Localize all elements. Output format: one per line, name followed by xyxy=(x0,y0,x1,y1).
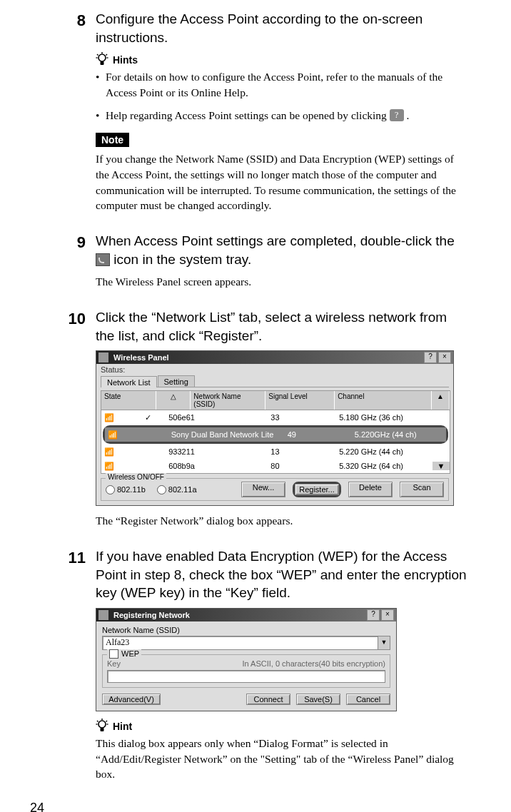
wep-label: WEP xyxy=(121,649,139,658)
key-desc: In ASCII, 0 characters(40 bits encryptio… xyxy=(242,659,385,668)
wep-checkbox[interactable] xyxy=(109,649,118,659)
svg-line-3 xyxy=(106,54,108,56)
svg-point-0 xyxy=(98,54,106,61)
network-table: State △ Network Name (SSID) Signal Level… xyxy=(101,390,450,474)
wireless-panel-window: Wireless Panel ? × Status: Network List … xyxy=(96,350,454,506)
page: 8 Configure the Access Point according t… xyxy=(0,0,511,812)
svg-line-9 xyxy=(97,721,98,722)
step-number-10: 10 xyxy=(29,308,96,529)
svg-rect-6 xyxy=(101,61,104,65)
system-tray-icon xyxy=(96,253,110,266)
step-11-title: If you have enabled Data Encryption (WEP… xyxy=(96,547,468,602)
register-button-highlight: Register... xyxy=(293,482,341,497)
new-button[interactable]: New... xyxy=(241,482,285,497)
hint-item: • For details on how to configure the Ac… xyxy=(96,69,468,100)
scan-button[interactable]: Scan xyxy=(400,482,444,497)
tab-setting[interactable]: Setting xyxy=(158,375,195,387)
col-state[interactable]: State xyxy=(101,391,156,410)
hint-label: Hint xyxy=(113,721,132,732)
step-8: 8 Configure the Access Point according t… xyxy=(29,10,468,213)
wep-group: WEP Key In ASCII, 0 characters(40 bits e… xyxy=(102,654,390,688)
page-number: 24 xyxy=(30,801,468,812)
col-sort[interactable]: △ xyxy=(156,391,191,410)
radio-80211b[interactable]: 802.11b xyxy=(106,485,146,494)
table-row[interactable]: 📶 608b9a 80 5.320 GHz (64 ch) ▼ xyxy=(101,459,450,473)
svg-rect-13 xyxy=(101,728,104,731)
table-row[interactable]: 📶 ✓ 506e61 33 5.180 GHz (36 ch) xyxy=(101,410,450,425)
hints-label: Hints xyxy=(113,54,138,66)
key-input[interactable] xyxy=(107,670,385,683)
delete-button[interactable]: Delete xyxy=(348,482,393,497)
step-10: 10 Click the “Network List” tab, select … xyxy=(29,308,468,529)
close-button[interactable]: × xyxy=(438,352,451,363)
key-label: Key xyxy=(107,659,121,668)
network-icon: 📶 xyxy=(101,413,131,422)
save-button[interactable]: Save(S) xyxy=(296,694,340,705)
window-app-icon xyxy=(98,610,108,620)
window-title: Registering Network xyxy=(111,611,365,619)
cancel-button[interactable]: Cancel xyxy=(346,694,390,705)
connect-button[interactable]: Connect xyxy=(246,694,290,705)
step-11: 11 If you have enabled Data Encryption (… xyxy=(29,547,468,782)
advanced-button[interactable]: Advanced(V) xyxy=(102,694,161,705)
hint-header: Hint xyxy=(96,719,468,734)
hint1-text: For details on how to configure the Acce… xyxy=(106,69,468,100)
step-number-9: 9 xyxy=(29,232,96,290)
close-button[interactable]: × xyxy=(381,609,394,621)
register-button[interactable]: Register... xyxy=(295,484,339,495)
network-icon: 📶 xyxy=(101,447,131,457)
ssid-value: Alfa23 xyxy=(103,636,378,649)
svg-line-10 xyxy=(106,721,108,722)
register-network-window: Registering Network ? × Network Name (SS… xyxy=(96,608,397,711)
lightbulb-icon xyxy=(96,719,108,734)
note-badge: Note xyxy=(96,133,129,147)
help-button[interactable]: ? xyxy=(367,609,380,621)
hint2-suffix: . xyxy=(407,109,410,121)
note-text: If you change the Network Name (SSID) an… xyxy=(96,151,468,213)
step-number-8: 8 xyxy=(29,10,96,213)
hint2-text: Help regarding Access Point settings can… xyxy=(106,109,390,121)
hints-header: Hints xyxy=(96,52,468,68)
ssid-select[interactable]: Alfa23 ▼ xyxy=(102,636,390,650)
step-9-result: The Wireless Panel screen appears. xyxy=(96,274,468,290)
table-row[interactable]: 📶 Sony Dual Band Network Lite 49 5.220GH… xyxy=(105,427,446,442)
step-9: 9 When Access Point settings are complet… xyxy=(29,232,468,290)
network-icon: 📶 xyxy=(105,430,134,440)
table-row[interactable]: 📶 933211 13 5.220 GHz (44 ch) xyxy=(101,445,450,459)
ssid-label: Network Name (SSID) xyxy=(102,626,390,634)
svg-line-2 xyxy=(97,54,98,56)
wireless-onoff-label: Wireless ON/OFF xyxy=(106,473,166,481)
col-ssid[interactable]: Network Name (SSID) xyxy=(191,391,265,410)
window-app-icon xyxy=(98,352,108,362)
status-label: Status: xyxy=(101,365,125,374)
chevron-down-icon[interactable]: ▼ xyxy=(378,636,390,649)
step-10-result: The “Register Network” dialog box appear… xyxy=(96,513,468,529)
check-icon: ✓ xyxy=(131,413,166,422)
radio-80211a[interactable]: 802.11a xyxy=(157,485,197,494)
wireless-onoff-group: Wireless ON/OFF 802.11b 802.11a New... R… xyxy=(101,478,449,501)
step-10-title: Click the “Network List” tab, select a w… xyxy=(96,308,468,345)
step-11-hint: This dialog box appears only when “Dialo… xyxy=(96,736,468,782)
tab-network-list[interactable]: Network List xyxy=(101,376,157,387)
help-button[interactable]: ? xyxy=(424,352,437,363)
network-icon: 📶 xyxy=(101,462,131,471)
hint-item: • Help regarding Access Point settings c… xyxy=(96,108,468,123)
col-channel[interactable]: Channel xyxy=(335,391,432,410)
scroll-down-button[interactable]: ▼ xyxy=(432,462,450,470)
col-signal[interactable]: Signal Level xyxy=(265,391,335,410)
help-icon xyxy=(390,109,404,121)
svg-point-7 xyxy=(98,721,106,728)
scroll-up-button[interactable]: ▲ xyxy=(432,391,450,410)
step-9-title: When Access Point settings are completed… xyxy=(96,232,468,268)
window-title: Wireless Panel xyxy=(111,353,423,362)
step-number-11: 11 xyxy=(29,547,96,782)
selected-row-highlight: 📶 Sony Dual Band Network Lite 49 5.220GH… xyxy=(103,425,448,444)
lightbulb-icon xyxy=(96,52,108,68)
step-8-title: Configure the Access Point according to … xyxy=(96,10,468,46)
